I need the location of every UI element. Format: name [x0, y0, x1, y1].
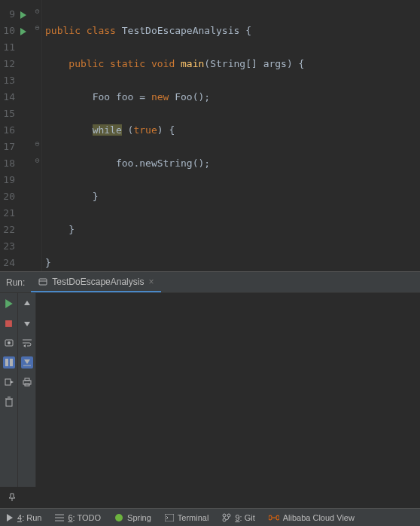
svg-rect-5	[5, 320, 12, 327]
line-number: 24	[0, 255, 15, 271]
line-number: 22	[0, 222, 15, 238]
svg-marker-17	[23, 344, 26, 347]
line-number: 11	[0, 39, 15, 56]
print-icon[interactable]	[21, 376, 33, 388]
op: =	[133, 91, 151, 102]
tool-window-git[interactable]: 9: Git	[222, 513, 254, 522]
run-console-output[interactable]	[36, 293, 420, 487]
stop-icon[interactable]	[3, 317, 15, 329]
run-header: Run: TestDoEscapeAnalysis ×	[0, 272, 420, 293]
svg-point-31	[223, 518, 226, 521]
tool-window-todo[interactable]: 6: TODO	[55, 513, 101, 522]
spring-icon	[114, 513, 123, 522]
line-number: 15	[0, 106, 15, 122]
pin-icon[interactable]	[6, 491, 18, 503]
tool-window-alibaba-cloud[interactable]: Alibaba Cloud View	[269, 513, 355, 522]
call: Foo();	[169, 91, 210, 102]
label: Spring	[127, 513, 151, 522]
line-number: 19	[0, 172, 15, 188]
svg-rect-12	[6, 399, 12, 406]
svg-marker-1	[20, 28, 26, 35]
svg-rect-28	[165, 514, 174, 521]
keyword: true	[133, 124, 157, 136]
svg-marker-0	[20, 11, 26, 19]
fold-column: ⊖ ⊖ ⊖ ⊖	[32, 0, 42, 271]
svg-point-7	[8, 341, 11, 344]
run-toolbar-primary	[0, 293, 18, 487]
brace: }	[93, 191, 99, 202]
svg-point-30	[227, 514, 230, 517]
run-main-gutter-icon[interactable]	[15, 23, 32, 39]
paren: (	[122, 124, 134, 136]
line-number: 12	[0, 56, 15, 72]
fold-toggle-icon[interactable]: ⊖	[34, 24, 41, 31]
list-icon	[55, 514, 64, 521]
terminal-icon	[165, 514, 174, 521]
play-icon	[6, 514, 14, 521]
alibaba-cloud-icon	[269, 514, 279, 521]
code-content[interactable]: public class TestDoEscapeAnalysis { publ…	[42, 0, 330, 271]
down-arrow-icon[interactable]	[21, 317, 33, 329]
run-tool-window: Run: TestDoEscapeAnalysis ×	[0, 271, 420, 508]
params: (String[] args) {	[204, 58, 304, 69]
svg-point-27	[115, 514, 123, 521]
svg-marker-4	[5, 299, 13, 308]
svg-rect-2	[39, 279, 47, 285]
line-number: 14	[0, 89, 15, 106]
label: : Run	[22, 513, 41, 522]
close-icon[interactable]: ×	[148, 277, 154, 287]
scroll-to-end-icon[interactable]	[21, 356, 33, 369]
trash-icon[interactable]	[3, 396, 15, 408]
git-branch-icon	[222, 513, 231, 522]
fold-toggle-icon[interactable]: ⊖	[34, 140, 41, 147]
tool-window-spring[interactable]: Spring	[114, 513, 151, 522]
dump-threads-icon[interactable]	[3, 337, 15, 349]
label: : Git	[240, 513, 255, 522]
line-number: 16	[0, 122, 15, 139]
fold-toggle-icon[interactable]: ⊖	[34, 8, 41, 14]
layout-icon[interactable]	[3, 356, 15, 369]
run-label: Run:	[0, 277, 31, 288]
soft-wrap-icon[interactable]	[21, 337, 33, 349]
svg-marker-19	[24, 359, 30, 364]
svg-point-29	[223, 514, 226, 517]
line-number: 9	[0, 6, 15, 23]
code-editor[interactable]: 9 10 11 12 13 14 15 16 17 18 19 20 21 22…	[0, 0, 420, 271]
bottom-tool-bar: 4: Run 6: TODO Spring Terminal 9: Git Al…	[0, 508, 420, 526]
keyword: public	[45, 25, 81, 36]
statement: foo.newString();	[116, 157, 210, 169]
label: Alibaba Cloud View	[283, 513, 355, 522]
line-number: 17	[0, 139, 15, 155]
line-number: 20	[0, 188, 15, 205]
keyword: static	[110, 58, 145, 69]
run-config-icon	[38, 277, 47, 286]
method-name: main	[181, 58, 204, 69]
keyword: new	[151, 91, 169, 102]
line-number: 18	[0, 155, 15, 172]
svg-rect-33	[276, 515, 279, 520]
run-tab[interactable]: TestDoEscapeAnalysis ×	[31, 272, 161, 292]
line-number-column: 9 10 11 12 13 14 15 16 17 18 19 20 21 22…	[0, 0, 15, 271]
exit-icon[interactable]	[3, 376, 15, 388]
var: foo	[116, 91, 133, 102]
up-arrow-icon[interactable]	[21, 298, 33, 310]
class-name: TestDoEscapeAnalysis	[122, 25, 240, 36]
brace: }	[68, 224, 75, 235]
brace: {	[239, 25, 251, 36]
line-number: 21	[0, 205, 15, 222]
keyword: void	[151, 58, 175, 69]
gutter-icons-column	[15, 0, 32, 271]
rerun-icon[interactable]	[3, 298, 15, 310]
run-class-gutter-icon[interactable]	[15, 6, 32, 23]
svg-marker-15	[24, 301, 30, 305]
svg-marker-11	[11, 381, 14, 384]
fold-toggle-icon[interactable]: ⊖	[34, 157, 41, 164]
line-number: 13	[0, 72, 15, 89]
tool-window-terminal[interactable]: Terminal	[165, 513, 209, 522]
editor-gutter: 9 10 11 12 13 14 15 16 17 18 19 20 21 22…	[0, 0, 42, 271]
svg-rect-21	[25, 378, 29, 381]
svg-rect-9	[10, 359, 13, 366]
keyword-selected: while	[93, 124, 122, 136]
line-number: 23	[0, 238, 15, 255]
tool-window-run[interactable]: 4: Run	[6, 513, 41, 522]
